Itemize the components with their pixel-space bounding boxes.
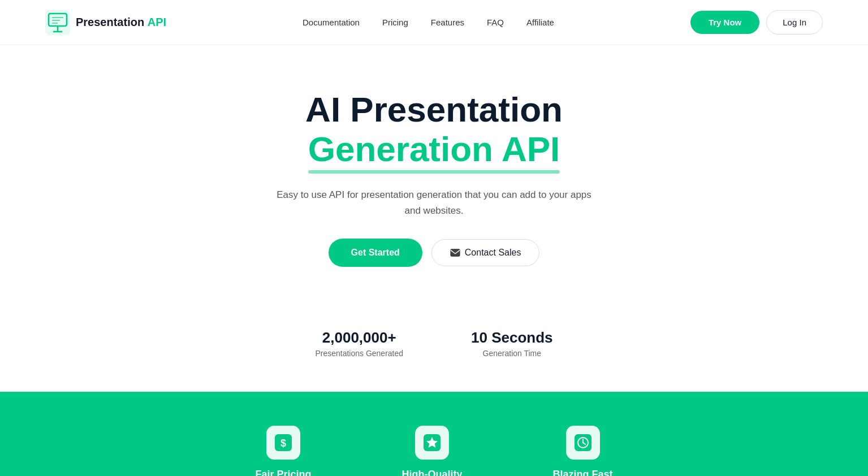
navbar: Presentation API Documentation Pricing F… (0, 0, 868, 45)
star-icon (424, 434, 441, 451)
feature-fair-pricing: $ Fair Pricing (255, 426, 311, 476)
logo-text: Presentation API (76, 16, 166, 29)
dollar-icon: $ (275, 434, 292, 451)
hero-title-line2: Generation API (308, 129, 560, 169)
hero-buttons: Get Started Contact Sales (329, 239, 540, 267)
contact-sales-button[interactable]: Contact Sales (431, 239, 540, 266)
get-started-button[interactable]: Get Started (329, 239, 422, 267)
contact-sales-label: Contact Sales (465, 248, 521, 258)
logo-icon (45, 10, 70, 35)
stat-presentations-value: 2,000,000+ (315, 329, 403, 347)
nav-link-features[interactable]: Features (431, 18, 464, 27)
feature-blazing-fast: Blazing Fast (553, 426, 613, 476)
clock-icon (575, 434, 591, 451)
stat-generation-time-label: Generation Time (471, 349, 553, 358)
green-features-section: $ Fair Pricing High-Quality Blazing Fast (0, 392, 868, 476)
logo[interactable]: Presentation API (45, 10, 166, 35)
hero-title-line1: AI Presentation (305, 90, 563, 129)
nav-link-faq[interactable]: FAQ (487, 18, 504, 27)
nav-link-affiliate[interactable]: Affiliate (526, 18, 554, 27)
stat-presentations: 2,000,000+ Presentations Generated (315, 329, 403, 358)
nav-actions: Try Now Log In (690, 10, 823, 34)
mail-icon (450, 249, 460, 257)
feature-fair-pricing-label: Fair Pricing (255, 469, 311, 476)
stat-generation-time-value: 10 Seconds (471, 329, 553, 347)
svg-text:$: $ (280, 438, 286, 449)
stat-generation-time: 10 Seconds Generation Time (471, 329, 553, 358)
login-button[interactable]: Log In (766, 10, 823, 34)
svg-rect-7 (451, 249, 460, 256)
hero-title: AI Presentation Generation API (305, 90, 563, 169)
blazing-fast-icon-wrap (566, 426, 600, 460)
feature-high-quality-label: High-Quality (402, 469, 463, 476)
fair-pricing-icon-wrap: $ (266, 426, 300, 460)
feature-blazing-fast-label: Blazing Fast (553, 469, 613, 476)
nav-link-pricing[interactable]: Pricing (382, 18, 408, 27)
hero-section: AI Presentation Generation API Easy to u… (0, 45, 868, 301)
feature-high-quality: High-Quality (402, 426, 463, 476)
try-now-button[interactable]: Try Now (690, 11, 759, 34)
high-quality-icon-wrap (415, 426, 449, 460)
hero-subtitle: Easy to use API for presentation generat… (276, 187, 593, 218)
nav-link-documentation[interactable]: Documentation (303, 18, 360, 27)
nav-links: Documentation Pricing Features FAQ Affil… (303, 18, 554, 28)
stats-section: 2,000,000+ Presentations Generated 10 Se… (0, 301, 868, 392)
stat-presentations-label: Presentations Generated (315, 349, 403, 358)
